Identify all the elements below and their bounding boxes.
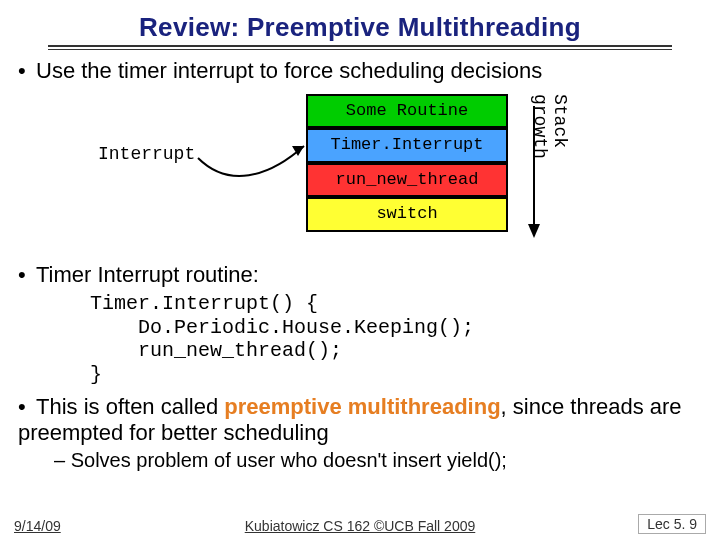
bullet-2: •Timer Interrupt routine: <box>18 262 702 288</box>
bullet-1-text: Use the timer interrupt to force schedul… <box>36 58 542 83</box>
sub-bullet-3-text: Solves problem of user who doesn't inser… <box>71 449 507 471</box>
stack-frame-run-new-thread: run_new_thread <box>306 163 508 197</box>
call-stack: Some Routine Timer.Interrupt run_new_thr… <box>306 94 508 232</box>
slide-title: Review: Preemptive Multithreading <box>18 12 702 43</box>
footer-course: Kubiatowicz CS 162 ©UCB Fall 2009 <box>0 518 720 534</box>
stack-frame-timer-interrupt: Timer.Interrupt <box>306 128 508 162</box>
svg-marker-0 <box>292 146 304 156</box>
stack-growth-label: Stack growth <box>530 94 570 222</box>
stack-frame-switch: switch <box>306 197 508 231</box>
interrupt-label: Interrupt <box>98 144 195 164</box>
stack-growth-label-wrap: Stack growth <box>528 94 554 244</box>
sub-bullet-3: – Solves problem of user who doesn't ins… <box>54 449 702 472</box>
bullet-2-text: Timer Interrupt routine: <box>36 262 259 287</box>
diagram: Interrupt Some Routine Timer.Interrupt r… <box>18 88 702 256</box>
stack-frame-some-routine: Some Routine <box>306 94 508 128</box>
title-divider <box>48 45 672 47</box>
footer-lecture: Lec 5. 9 <box>638 514 706 534</box>
code-block: Timer.Interrupt() { Do.Periodic.House.Ke… <box>90 292 702 386</box>
title-divider-thin <box>48 49 672 50</box>
bullet-3-em: preemptive multithreading <box>224 394 500 419</box>
bullet-3-pre: This is often called <box>36 394 224 419</box>
bullet-3: •This is often called preemptive multith… <box>18 394 702 445</box>
bullet-1: •Use the timer interrupt to force schedu… <box>18 58 702 84</box>
